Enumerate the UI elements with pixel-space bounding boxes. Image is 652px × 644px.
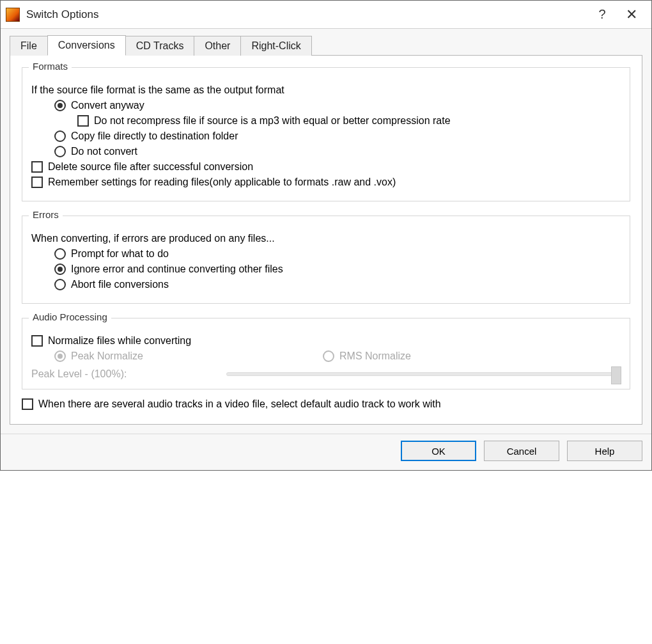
checkbox-normalize[interactable]: Normalize files while converting — [31, 335, 621, 347]
tab-other[interactable]: Other — [194, 36, 241, 56]
tab-panel-conversions: Formats If the source file format is the… — [10, 55, 642, 425]
dialog-body: File Conversions CD Tracks Other Right-C… — [1, 29, 651, 434]
help-icon[interactable]: ? — [587, 1, 617, 29]
checkbox-icon — [22, 398, 33, 410]
checkbox-label: Normalize files while converting — [48, 335, 191, 347]
group-errors: Errors When converting, if errors are pr… — [22, 216, 630, 304]
checkbox-label: Remember settings for reading files(only… — [48, 177, 396, 188]
checkbox-icon — [31, 161, 43, 173]
radio-icon — [54, 146, 66, 157]
group-audio-processing: Audio Processing Normalize files while c… — [22, 318, 630, 389]
radio-label: Prompt for what to do — [71, 248, 169, 260]
radio-error-ignore[interactable]: Ignore error and continue converting oth… — [31, 263, 621, 275]
radio-copy-direct[interactable]: Copy file directly to destination folder — [31, 130, 621, 142]
radio-error-abort[interactable]: Abort file conversions — [31, 279, 621, 290]
tab-conversions[interactable]: Conversions — [47, 35, 126, 56]
radio-icon — [54, 350, 66, 362]
errors-intro: When converting, if errors are produced … — [31, 233, 275, 244]
radio-label: RMS Normalize — [339, 350, 411, 362]
checkbox-label: Do not recompress file if source is a mp… — [94, 115, 451, 127]
radio-rms-normalize: RMS Normalize — [323, 350, 411, 362]
tab-file[interactable]: File — [10, 36, 48, 56]
group-formats-title: Formats — [29, 61, 72, 72]
window-title: Switch Options — [26, 8, 587, 21]
titlebar: Switch Options ? ✕ — [1, 1, 651, 29]
peak-level-label: Peak Level - (100%): — [31, 368, 226, 380]
checkbox-label: When there are several audio tracks in a… — [38, 398, 441, 410]
tab-cdtracks[interactable]: CD Tracks — [125, 36, 195, 56]
peak-level-slider — [226, 372, 621, 376]
checkbox-delete-source[interactable]: Delete source file after successful conv… — [31, 161, 621, 173]
checkbox-no-recompress[interactable]: Do not recompress file if source is a mp… — [31, 115, 621, 127]
radio-label: Copy file directly to destination folder — [71, 130, 238, 142]
radio-icon — [54, 248, 66, 260]
radio-icon — [323, 350, 334, 362]
checkbox-remember-settings[interactable]: Remember settings for reading files(only… — [31, 177, 621, 188]
radio-label: Peak Normalize — [71, 350, 143, 362]
checkbox-icon — [77, 115, 89, 127]
radio-convert-anyway[interactable]: Convert anyway — [31, 100, 621, 111]
cancel-button[interactable]: Cancel — [484, 441, 559, 461]
formats-intro: If the source file format is the same as… — [31, 84, 284, 96]
radio-label: Abort file conversions — [71, 279, 169, 290]
checkbox-icon — [31, 177, 43, 188]
button-bar: OK Cancel Help — [1, 434, 651, 470]
tab-strip: File Conversions CD Tracks Other Right-C… — [10, 35, 642, 56]
checkbox-icon — [31, 335, 43, 347]
slider-thumb-icon — [611, 366, 621, 384]
app-icon — [6, 8, 20, 22]
radio-peak-normalize: Peak Normalize — [54, 350, 323, 362]
dialog-window: Switch Options ? ✕ File Conversions CD T… — [0, 0, 652, 471]
close-icon[interactable]: ✕ — [617, 1, 646, 29]
group-audio-title: Audio Processing — [29, 311, 111, 322]
radio-label: Do not convert — [71, 146, 137, 157]
radio-label: Convert anyway — [71, 100, 144, 111]
normalize-mode-row: Peak Normalize RMS Normalize — [31, 350, 621, 362]
peak-level-row: Peak Level - (100%): — [31, 368, 621, 380]
group-formats: Formats If the source file format is the… — [22, 67, 630, 201]
help-button[interactable]: Help — [567, 441, 642, 461]
radio-do-not-convert[interactable]: Do not convert — [31, 146, 621, 157]
radio-icon — [54, 100, 66, 111]
checkbox-multi-tracks[interactable]: When there are several audio tracks in a… — [22, 398, 630, 410]
radio-icon — [54, 263, 66, 275]
radio-error-prompt[interactable]: Prompt for what to do — [31, 248, 621, 260]
radio-label: Ignore error and continue converting oth… — [71, 263, 283, 275]
group-errors-title: Errors — [29, 209, 63, 220]
checkbox-label: Delete source file after successful conv… — [48, 161, 253, 173]
radio-icon — [54, 130, 66, 142]
tab-rightclick[interactable]: Right-Click — [240, 36, 311, 56]
radio-icon — [54, 279, 66, 290]
ok-button[interactable]: OK — [401, 441, 476, 461]
